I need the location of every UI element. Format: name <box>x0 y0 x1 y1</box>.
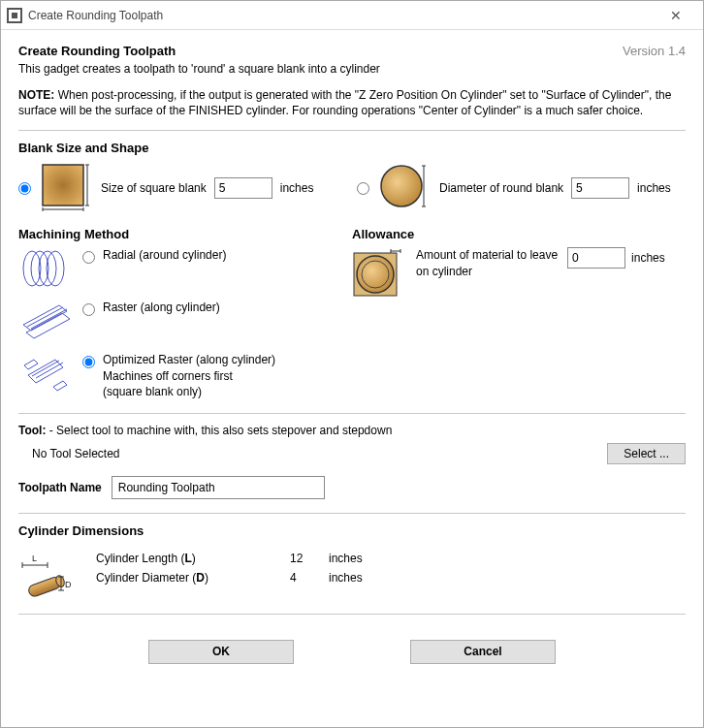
svg-point-7 <box>381 166 422 206</box>
select-tool-button[interactable]: Select ... <box>607 443 686 464</box>
subtitle: This gadget creates a toolpath to 'round… <box>18 62 686 76</box>
cylinder-diameter-units: inches <box>329 571 387 585</box>
optimized-raster-icon <box>18 352 73 395</box>
svg-point-12 <box>31 251 48 286</box>
svg-point-16 <box>357 256 394 293</box>
allowance-icon <box>352 247 406 301</box>
divider <box>18 130 686 131</box>
radial-label: Radial (around cylinder) <box>103 247 226 263</box>
radial-radio[interactable] <box>82 251 95 264</box>
square-blank-radio[interactable] <box>18 182 31 195</box>
round-blank-radio[interactable] <box>357 182 369 195</box>
divider <box>18 413 686 414</box>
toolpath-name-label: Toolpath Name <box>18 481 102 494</box>
allowance-section-title: Allowance <box>352 227 686 241</box>
note-text: NOTE: When post-processing, if the outpu… <box>18 87 686 118</box>
svg-point-14 <box>47 251 64 286</box>
optimized-raster-label: Optimized Raster (along cylinder) Machin… <box>103 352 275 399</box>
raster-radio[interactable] <box>82 303 95 316</box>
allowance-input[interactable] <box>567 247 625 269</box>
cylinder-section-title: Cylinder Dimensions <box>18 523 686 538</box>
round-blank-units: inches <box>637 181 671 195</box>
page-title: Create Rounding Toolpath <box>18 44 176 58</box>
cylinder-length-units: inches <box>329 552 387 565</box>
divider <box>18 513 686 514</box>
svg-text:D: D <box>65 580 72 589</box>
svg-text:L: L <box>32 554 37 563</box>
tool-status: No Tool Selected <box>18 447 120 460</box>
square-blank-label: Size of square blank <box>101 181 207 195</box>
cylinder-icon: L D <box>18 552 77 600</box>
raster-icon <box>18 300 73 342</box>
window-title: Create Rounding Toolpath <box>28 9 163 22</box>
cylinder-length-label: Cylinder Length (L) <box>96 552 290 565</box>
round-blank-label: Diameter of round blank <box>439 181 563 195</box>
allowance-units: inches <box>631 251 665 265</box>
raster-label: Raster (along cylinder) <box>103 300 220 315</box>
cylinder-length-value: 12 <box>290 552 329 565</box>
optimized-raster-radio[interactable] <box>82 356 95 368</box>
radial-icon <box>18 247 73 290</box>
tool-label-row: Tool: - Select tool to machine with, thi… <box>18 424 686 437</box>
allowance-label: Amount of material to leave on cylinder <box>416 247 558 278</box>
square-blank-units: inches <box>280 181 314 195</box>
version-label: Version 1.4 <box>623 44 686 58</box>
cylinder-diameter-value: 4 <box>290 571 329 585</box>
svg-point-13 <box>39 251 56 286</box>
square-blank-icon <box>39 161 93 215</box>
svg-point-11 <box>23 251 41 286</box>
toolpath-name-input[interactable] <box>112 476 325 499</box>
app-icon <box>7 8 22 23</box>
cylinder-diameter-label: Cylinder Diameter (D) <box>96 571 290 585</box>
square-blank-input[interactable] <box>214 177 272 199</box>
svg-rect-0 <box>43 165 83 206</box>
round-blank-icon <box>377 161 432 215</box>
cancel-button[interactable]: Cancel <box>410 640 556 664</box>
blank-section-title: Blank Size and Shape <box>18 141 686 155</box>
close-button[interactable]: ✕ <box>655 2 697 29</box>
round-blank-input[interactable] <box>571 177 629 199</box>
divider <box>18 614 686 615</box>
method-section-title: Machining Method <box>18 227 352 241</box>
ok-button[interactable]: OK <box>148 640 294 664</box>
